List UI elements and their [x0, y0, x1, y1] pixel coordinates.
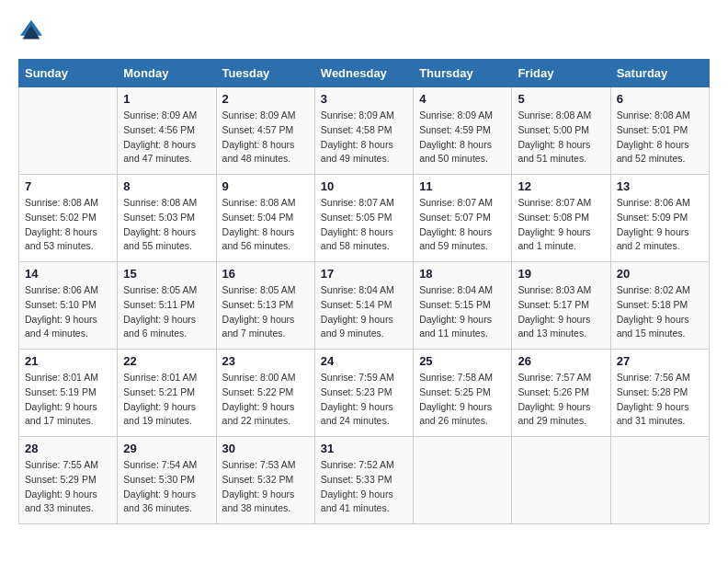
day-info: Sunrise: 8:08 AMSunset: 5:04 PMDaylight:… — [222, 196, 309, 254]
day-info: Sunrise: 8:05 AMSunset: 5:11 PMDaylight:… — [123, 283, 210, 341]
day-cell: 21Sunrise: 8:01 AMSunset: 5:19 PMDayligh… — [19, 350, 118, 437]
day-number: 25 — [419, 354, 506, 368]
day-number: 20 — [617, 267, 703, 281]
week-row-1: 1Sunrise: 8:09 AMSunset: 4:56 PMDaylight… — [19, 87, 710, 175]
day-number: 27 — [617, 354, 703, 368]
day-info: Sunrise: 8:08 AMSunset: 5:03 PMDaylight:… — [123, 196, 210, 254]
day-info: Sunrise: 8:09 AMSunset: 4:57 PMDaylight:… — [222, 109, 309, 167]
page-header — [18, 18, 710, 44]
day-info: Sunrise: 7:54 AMSunset: 5:30 PMDaylight:… — [123, 458, 210, 516]
day-cell: 7Sunrise: 8:08 AMSunset: 5:02 PMDaylight… — [19, 175, 118, 262]
day-number: 14 — [25, 267, 111, 281]
day-info: Sunrise: 8:07 AMSunset: 5:08 PMDaylight:… — [518, 196, 604, 254]
day-number: 1 — [123, 92, 210, 106]
header-saturday: Saturday — [610, 60, 709, 87]
week-row-2: 7Sunrise: 8:08 AMSunset: 5:02 PMDaylight… — [19, 175, 710, 262]
logo-icon — [18, 18, 44, 44]
logo — [18, 18, 48, 44]
day-info: Sunrise: 8:08 AMSunset: 5:01 PMDaylight:… — [617, 109, 703, 167]
day-info: Sunrise: 8:07 AMSunset: 5:07 PMDaylight:… — [419, 196, 506, 254]
week-row-4: 21Sunrise: 8:01 AMSunset: 5:19 PMDayligh… — [19, 350, 710, 437]
day-cell: 16Sunrise: 8:05 AMSunset: 5:13 PMDayligh… — [216, 262, 314, 350]
day-cell: 1Sunrise: 8:09 AMSunset: 4:56 PMDaylight… — [118, 87, 216, 175]
day-number: 8 — [123, 179, 210, 193]
day-info: Sunrise: 8:09 AMSunset: 4:59 PMDaylight:… — [419, 109, 506, 167]
day-cell: 23Sunrise: 8:00 AMSunset: 5:22 PMDayligh… — [216, 350, 314, 437]
day-number: 23 — [222, 354, 309, 368]
day-number: 4 — [419, 92, 506, 106]
day-cell: 18Sunrise: 8:04 AMSunset: 5:15 PMDayligh… — [414, 262, 512, 350]
day-info: Sunrise: 8:06 AMSunset: 5:09 PMDaylight:… — [617, 196, 703, 254]
day-cell: 8Sunrise: 8:08 AMSunset: 5:03 PMDaylight… — [118, 175, 216, 262]
day-number: 22 — [123, 354, 210, 368]
day-number: 13 — [617, 179, 703, 193]
day-cell: 14Sunrise: 8:06 AMSunset: 5:10 PMDayligh… — [19, 262, 118, 350]
day-info: Sunrise: 8:09 AMSunset: 4:56 PMDaylight:… — [123, 109, 210, 167]
day-info: Sunrise: 7:56 AMSunset: 5:28 PMDaylight:… — [617, 371, 703, 429]
day-cell: 19Sunrise: 8:03 AMSunset: 5:17 PMDayligh… — [512, 262, 610, 350]
day-cell: 9Sunrise: 8:08 AMSunset: 5:04 PMDaylight… — [216, 175, 314, 262]
day-info: Sunrise: 8:04 AMSunset: 5:14 PMDaylight:… — [321, 283, 407, 341]
day-number: 26 — [518, 354, 604, 368]
week-row-5: 28Sunrise: 7:55 AMSunset: 5:29 PMDayligh… — [19, 437, 710, 524]
day-number: 19 — [518, 267, 604, 281]
day-info: Sunrise: 8:02 AMSunset: 5:18 PMDaylight:… — [617, 283, 703, 341]
day-cell: 30Sunrise: 7:53 AMSunset: 5:32 PMDayligh… — [216, 437, 314, 524]
day-number: 15 — [123, 267, 210, 281]
day-number: 17 — [321, 267, 407, 281]
day-info: Sunrise: 7:53 AMSunset: 5:32 PMDaylight:… — [222, 458, 309, 516]
day-info: Sunrise: 8:01 AMSunset: 5:21 PMDaylight:… — [123, 371, 210, 429]
day-info: Sunrise: 7:55 AMSunset: 5:29 PMDaylight:… — [25, 458, 111, 516]
header-row: Sunday Monday Tuesday Wednesday Thursday… — [19, 60, 710, 87]
header-friday: Friday — [512, 60, 610, 87]
day-info: Sunrise: 7:59 AMSunset: 5:23 PMDaylight:… — [321, 371, 407, 429]
day-cell: 11Sunrise: 8:07 AMSunset: 5:07 PMDayligh… — [414, 175, 512, 262]
day-cell: 27Sunrise: 7:56 AMSunset: 5:28 PMDayligh… — [610, 350, 709, 437]
header-tuesday: Tuesday — [216, 60, 314, 87]
calendar-header: Sunday Monday Tuesday Wednesday Thursday… — [19, 60, 710, 87]
day-cell — [610, 437, 709, 524]
day-cell: 10Sunrise: 8:07 AMSunset: 5:05 PMDayligh… — [314, 175, 413, 262]
day-info: Sunrise: 7:57 AMSunset: 5:26 PMDaylight:… — [518, 371, 604, 429]
day-info: Sunrise: 7:52 AMSunset: 5:33 PMDaylight:… — [321, 458, 407, 516]
day-cell: 3Sunrise: 8:09 AMSunset: 4:58 PMDaylight… — [314, 87, 413, 175]
day-number: 24 — [321, 354, 407, 368]
day-cell — [414, 437, 512, 524]
day-info: Sunrise: 8:08 AMSunset: 5:00 PMDaylight:… — [518, 109, 604, 167]
day-number: 29 — [123, 442, 210, 455]
day-cell: 31Sunrise: 7:52 AMSunset: 5:33 PMDayligh… — [314, 437, 413, 524]
day-cell: 26Sunrise: 7:57 AMSunset: 5:26 PMDayligh… — [512, 350, 610, 437]
day-cell: 22Sunrise: 8:01 AMSunset: 5:21 PMDayligh… — [118, 350, 216, 437]
day-cell — [512, 437, 610, 524]
day-number: 18 — [419, 267, 506, 281]
day-number: 11 — [419, 179, 506, 193]
day-info: Sunrise: 8:00 AMSunset: 5:22 PMDaylight:… — [222, 371, 309, 429]
calendar-table: Sunday Monday Tuesday Wednesday Thursday… — [18, 59, 710, 524]
day-info: Sunrise: 8:09 AMSunset: 4:58 PMDaylight:… — [321, 109, 407, 167]
day-cell: 20Sunrise: 8:02 AMSunset: 5:18 PMDayligh… — [610, 262, 709, 350]
day-number: 31 — [321, 442, 407, 455]
day-number: 7 — [25, 179, 111, 193]
day-number: 2 — [222, 92, 309, 106]
day-cell: 12Sunrise: 8:07 AMSunset: 5:08 PMDayligh… — [512, 175, 610, 262]
day-number: 6 — [617, 92, 703, 106]
day-number: 21 — [25, 354, 111, 368]
day-number: 30 — [222, 442, 309, 455]
day-cell: 25Sunrise: 7:58 AMSunset: 5:25 PMDayligh… — [414, 350, 512, 437]
day-info: Sunrise: 8:06 AMSunset: 5:10 PMDaylight:… — [25, 283, 111, 341]
day-info: Sunrise: 8:05 AMSunset: 5:13 PMDaylight:… — [222, 283, 309, 341]
day-cell: 15Sunrise: 8:05 AMSunset: 5:11 PMDayligh… — [118, 262, 216, 350]
day-cell: 29Sunrise: 7:54 AMSunset: 5:30 PMDayligh… — [118, 437, 216, 524]
day-info: Sunrise: 7:58 AMSunset: 5:25 PMDaylight:… — [419, 371, 506, 429]
day-cell — [19, 87, 118, 175]
day-info: Sunrise: 8:03 AMSunset: 5:17 PMDaylight:… — [518, 283, 604, 341]
day-cell: 6Sunrise: 8:08 AMSunset: 5:01 PMDaylight… — [610, 87, 709, 175]
day-number: 10 — [321, 179, 407, 193]
day-info: Sunrise: 8:07 AMSunset: 5:05 PMDaylight:… — [321, 196, 407, 254]
header-wednesday: Wednesday — [314, 60, 413, 87]
day-info: Sunrise: 8:08 AMSunset: 5:02 PMDaylight:… — [25, 196, 111, 254]
day-cell: 24Sunrise: 7:59 AMSunset: 5:23 PMDayligh… — [314, 350, 413, 437]
day-info: Sunrise: 8:01 AMSunset: 5:19 PMDaylight:… — [25, 371, 111, 429]
day-number: 3 — [321, 92, 407, 106]
day-cell: 2Sunrise: 8:09 AMSunset: 4:57 PMDaylight… — [216, 87, 314, 175]
